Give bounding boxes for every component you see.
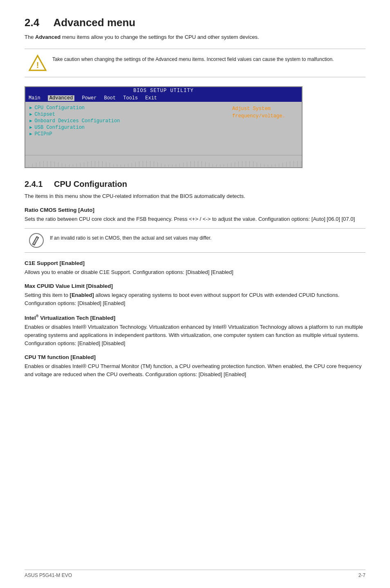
bios-label-chipset: Chipset [35,112,55,117]
page-footer: ASUS P5G41-M EVO 2-7 [25,570,365,578]
bios-label-pcipnp: PCIPnP [35,131,52,137]
bios-footer [25,155,302,167]
bios-menu-main: Main [29,95,40,101]
bios-label-onboard: Onboard Devices Configuration [35,118,120,124]
footer-product: ASUS P5G41-M EVO [25,572,72,578]
section-name: Advanced menu [53,16,135,29]
caution-icon: ! [29,54,47,72]
bios-item-pcipnp: ► PCIPnP [29,131,224,137]
svg-text:!: ! [36,61,39,70]
intro-paragraph: The Advanced menu items allow you to cha… [25,33,365,41]
subsection-241-number: 2.4.1 [25,180,43,189]
note-box: If an invalid ratio is set in CMOS, then… [25,228,365,253]
svg-line-6 [37,237,38,238]
c1e-support-heading: C1E Support [Enabled] [25,260,365,266]
cpu-tm-heading: CPU TM function [Enabled] [25,354,365,360]
bios-right-panel: Adjust Systemfrequency/voltage. [228,102,302,155]
bios-arrow-5: ► [29,132,32,137]
subsection-241-intro: The items in this menu show the CPU-rela… [25,192,365,200]
c1e-support-body: Allows you to enable or disable C1E Supp… [25,268,365,276]
bios-menu-advanced: Advanced [48,95,75,101]
bios-item-cpu: ► CPU Configuration [29,105,224,111]
caution-box: ! Take caution when changing the setting… [25,49,365,77]
bios-item-onboard: ► Onboard Devices Configuration [29,118,224,124]
bios-left-panel: ► CPU Configuration ► Chipset ► Onboard … [25,102,228,155]
svg-line-5 [33,244,34,245]
subsection-241-name: CPU Configuration [54,180,127,189]
intel-virt-heading-pre: Intel [25,315,36,321]
bios-menu-exit: Exit [145,95,157,101]
max-cpuid-heading: Max CPUID Value Limit [Disabled] [25,283,365,289]
ratio-cmos-heading: Ratio CMOS Setting [Auto] [25,207,365,213]
bios-menu-boot: Boot [104,95,116,101]
bios-screen: BIOS SETUP UTILITY Main Advanced Power B… [25,86,303,168]
bios-arrow-4: ► [29,125,32,130]
note-icon [29,233,44,248]
bios-item-chipset: ► Chipset [29,112,224,117]
bios-arrow-2: ► [29,112,32,117]
bios-menu-tools: Tools [123,95,138,101]
bios-menu-bar: Main Advanced Power Boot Tools Exit [25,94,302,102]
intel-virt-heading: Intel® Virtualization Tech [Enabled] [25,314,365,321]
subsection-241-title: 2.4.1 CPU Configuration [25,180,365,189]
footer-page-number: 2-7 [359,572,365,578]
ratio-cmos-body: Sets the ratio between CPU core clock an… [25,215,365,223]
bios-item-usb: ► USB Configuration [29,125,224,130]
bios-arrow-1: ► [29,105,32,110]
bios-label-usb: USB Configuration [35,125,85,130]
cpu-tm-body: Enables or disables Intel® CPU Thermal M… [25,362,365,379]
caution-text: Take caution when changing the settings … [52,54,334,63]
bios-body: ► CPU Configuration ► Chipset ► Onboard … [25,102,302,155]
max-cpuid-body: Setting this item to [Enabled] allows le… [25,291,365,307]
bios-arrow-3: ► [29,119,32,123]
section-number: 2.4 [25,16,39,29]
bios-menu-power: Power [82,95,96,101]
bios-label-cpu: CPU Configuration [35,105,85,111]
bios-header: BIOS SETUP UTILITY [25,87,302,94]
intel-virt-heading-post: Virtualization Tech [Enabled] [38,315,115,321]
intel-virt-body: Enables or disables Intel® Virtualizatio… [25,323,365,348]
section-title: 2.4 Advanced menu [25,16,365,29]
note-text: If an invalid ratio is set in CMOS, then… [50,233,211,242]
